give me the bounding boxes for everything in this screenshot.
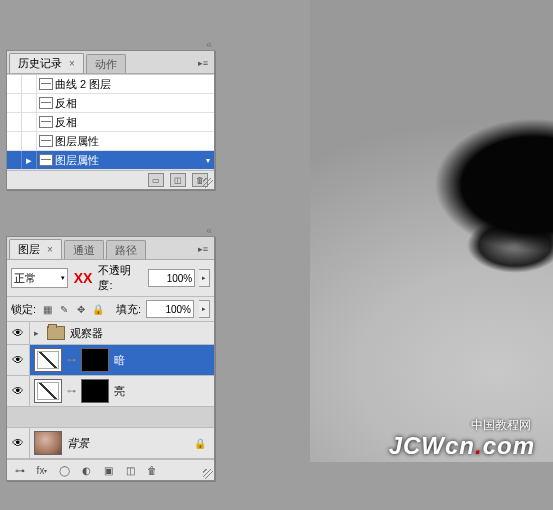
panel-collapse-icon[interactable]: «	[206, 224, 212, 236]
lock-row: 锁定: ▦ ✎ ✥ 🔒 填充: 100% ▸	[7, 297, 214, 322]
history-panel: « 历史记录 × 动作 ▸≡ 曲线 2 图层 反相 反相 图层属性	[6, 50, 215, 190]
opacity-label: 不透明度:	[98, 263, 144, 293]
layer-row[interactable]: 👁 ⊶ 亮	[7, 376, 214, 407]
scroll-indicator-icon[interactable]: ▾	[206, 156, 214, 165]
layers-panel-tabs: 图层 × 通道 路径 ▸≡	[7, 237, 214, 260]
visibility-toggle[interactable]: 👁	[7, 428, 30, 458]
chevron-down-icon: ▾	[61, 274, 65, 282]
new-layer-icon[interactable]: ◫	[123, 463, 137, 477]
history-step-icon	[39, 78, 53, 90]
fill-label: 填充:	[116, 302, 141, 317]
history-step-icon	[39, 97, 53, 109]
new-snapshot-icon[interactable]: ◫	[170, 173, 186, 187]
link-mask-icon[interactable]: ⊶	[67, 386, 76, 396]
history-item[interactable]: 反相	[7, 113, 214, 132]
layer-row[interactable]: 👁 ⊶ 暗	[7, 345, 214, 376]
lock-position-icon[interactable]: ✥	[75, 303, 87, 315]
canvas-image[interactable]	[310, 0, 553, 462]
tab-actions[interactable]: 动作	[86, 54, 126, 73]
watermark-text-1: JCWcn	[389, 432, 475, 459]
disclosure-triangle-icon[interactable]: ▸	[34, 328, 39, 338]
fill-field[interactable]: 100%	[146, 300, 194, 318]
new-document-from-state-icon[interactable]: ▭	[148, 173, 164, 187]
history-panel-tabs: 历史记录 × 动作 ▸≡	[7, 51, 214, 74]
tab-channels[interactable]: 通道	[64, 240, 104, 259]
opacity-slider-toggle[interactable]: ▸	[199, 269, 210, 287]
delete-layer-icon[interactable]: 🗑	[145, 463, 159, 477]
link-mask-icon[interactable]: ⊶	[67, 355, 76, 365]
lock-transparency-icon[interactable]: ▦	[41, 303, 53, 315]
history-panel-menu-icon[interactable]: ▸≡	[194, 58, 212, 68]
mask-thumbnail[interactable]	[81, 379, 109, 403]
layers-options-row: 正常 ▾ XX 不透明度: 100% ▸	[7, 260, 214, 297]
resize-grip[interactable]	[203, 178, 213, 188]
visibility-toggle[interactable]: 👁	[7, 376, 30, 406]
blend-mode-value: 正常	[14, 271, 36, 286]
history-item-label: 反相	[55, 96, 77, 111]
tab-layers[interactable]: 图层 ×	[9, 239, 62, 259]
layers-footer: ⊶ fx▾ ◯ ◐ ▣ ◫ 🗑	[7, 459, 214, 480]
tab-layers-label: 图层	[18, 243, 40, 255]
layer-style-icon[interactable]: fx▾	[35, 463, 49, 477]
lock-all-icon[interactable]: 🔒	[92, 303, 104, 315]
tab-layers-close-icon[interactable]: ×	[47, 244, 53, 255]
link-layers-icon[interactable]: ⊶	[13, 463, 27, 477]
watermark: JCWcn.com	[389, 432, 535, 460]
history-item[interactable]: 曲线 2 图层	[7, 75, 214, 94]
adjustment-layer-icon[interactable]: ◐	[79, 463, 93, 477]
add-mask-icon[interactable]: ◯	[57, 463, 71, 477]
fill-slider-toggle[interactable]: ▸	[199, 300, 210, 318]
lock-pixels-icon[interactable]: ✎	[58, 303, 70, 315]
lock-label: 锁定:	[11, 302, 36, 317]
history-step-icon	[39, 135, 53, 147]
history-step-icon	[39, 116, 53, 128]
watermark-text-2: com	[483, 432, 535, 459]
history-item-label: 图层属性	[55, 134, 99, 149]
resize-grip[interactable]	[203, 469, 213, 479]
layer-name[interactable]: 亮	[114, 384, 125, 399]
layers-list: 👁 ▸ 观察器 👁 ⊶ 暗 👁 ⊶ 亮	[7, 322, 214, 459]
mask-thumbnail[interactable]	[81, 348, 109, 372]
history-item-label: 图层属性	[55, 153, 99, 168]
layer-row[interactable]: 👁 背景 🔒	[7, 428, 214, 459]
folder-icon	[47, 326, 65, 340]
layer-name[interactable]: 暗	[114, 353, 125, 368]
layer-list-gap	[7, 407, 214, 428]
tab-actions-label: 动作	[95, 58, 117, 70]
new-group-icon[interactable]: ▣	[101, 463, 115, 477]
layer-name[interactable]: 观察器	[70, 326, 103, 341]
tab-history-close-icon[interactable]: ×	[69, 58, 75, 69]
history-footer: ▭ ◫ 🗑	[7, 170, 214, 189]
history-item[interactable]: 图层属性	[7, 132, 214, 151]
tab-history[interactable]: 历史记录 ×	[9, 53, 84, 73]
layer-group-row[interactable]: 👁 ▸ 观察器	[7, 322, 214, 345]
history-item[interactable]: 反相	[7, 94, 214, 113]
tab-channels-label: 通道	[73, 244, 95, 256]
layer-thumbnail[interactable]	[34, 431, 62, 455]
history-step-icon	[39, 154, 53, 166]
layers-panel-menu-icon[interactable]: ▸≡	[194, 244, 212, 254]
visibility-toggle[interactable]: 👁	[7, 322, 30, 344]
lock-icon: 🔒	[194, 438, 210, 449]
adjustment-thumbnail[interactable]	[34, 379, 62, 403]
tab-paths[interactable]: 路径	[106, 240, 146, 259]
panel-collapse-icon[interactable]: «	[206, 38, 212, 50]
layer-name[interactable]: 背景	[67, 436, 89, 451]
xx-marker: XX	[72, 270, 95, 286]
layers-panel: « 图层 × 通道 路径 ▸≡ 正常 ▾ XX 不透明度: 100% ▸ 锁定:…	[6, 236, 215, 481]
history-item[interactable]: ▸ 图层属性 ▾	[7, 151, 214, 170]
history-item-label: 曲线 2 图层	[55, 77, 111, 92]
adjustment-thumbnail[interactable]	[34, 348, 62, 372]
blend-mode-select[interactable]: 正常 ▾	[11, 268, 68, 288]
watermark-dot: .	[475, 432, 483, 459]
tab-history-label: 历史记录	[18, 57, 62, 69]
tab-paths-label: 路径	[115, 244, 137, 256]
opacity-field[interactable]: 100%	[148, 269, 195, 287]
history-list: 曲线 2 图层 反相 反相 图层属性 ▸ 图层属性 ▾	[7, 74, 214, 170]
visibility-toggle[interactable]: 👁	[7, 345, 30, 375]
history-item-label: 反相	[55, 115, 77, 130]
history-brush-icon[interactable]: ▸	[22, 151, 37, 169]
